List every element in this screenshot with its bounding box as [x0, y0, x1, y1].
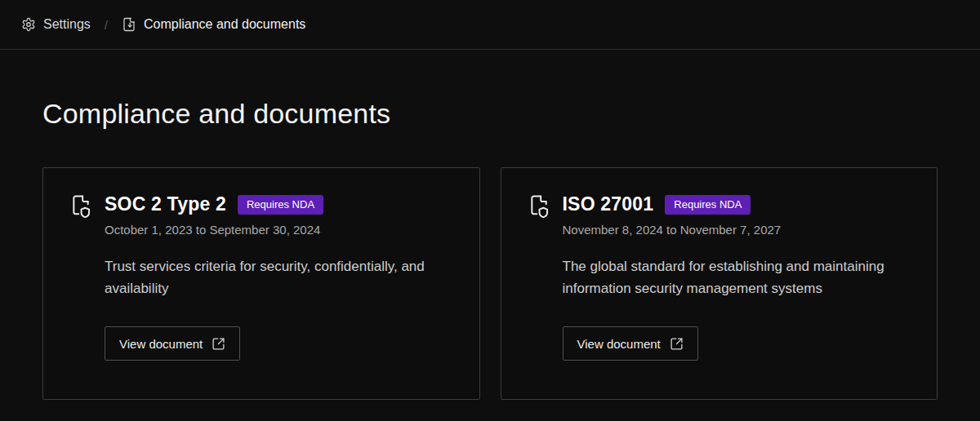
breadcrumb: Settings / Compliance and documents: [0, 0, 980, 50]
compliance-cards: SOC 2 Type 2 Requires NDA October 1, 202…: [42, 167, 938, 400]
breadcrumb-settings[interactable]: Settings: [21, 17, 91, 32]
card-title: ISO 27001: [563, 193, 654, 215]
file-shield-icon: [528, 194, 550, 219]
card-iso27001: ISO 27001 Requires NDA November 8, 2024 …: [501, 167, 938, 400]
breadcrumb-current-label: Compliance and documents: [144, 17, 305, 32]
view-document-label: View document: [119, 337, 203, 351]
card-title: SOC 2 Type 2: [105, 193, 226, 215]
view-document-label: View document: [577, 337, 661, 351]
breadcrumb-current: Compliance and documents: [122, 17, 305, 32]
view-document-button[interactable]: View document: [105, 326, 240, 361]
card-description: The global standard for establishing and…: [563, 255, 889, 299]
gear-icon: [21, 17, 36, 32]
view-document-button[interactable]: View document: [563, 326, 698, 361]
file-download-icon: [122, 17, 136, 32]
card-body: SOC 2 Type 2 Requires NDA October 1, 202…: [105, 193, 431, 361]
external-link-icon: [670, 337, 684, 351]
page-title: Compliance and documents: [42, 98, 938, 130]
card-body: ISO 27001 Requires NDA November 8, 2024 …: [563, 193, 889, 361]
nda-badge: Requires NDA: [665, 195, 751, 215]
breadcrumb-settings-label: Settings: [43, 17, 91, 32]
card-title-row: ISO 27001 Requires NDA: [563, 193, 889, 215]
nda-badge: Requires NDA: [238, 195, 323, 215]
card-soc2: SOC 2 Type 2 Requires NDA October 1, 202…: [42, 167, 480, 400]
file-shield-icon: [70, 194, 91, 219]
breadcrumb-separator: /: [105, 18, 108, 32]
main-content: Compliance and documents SOC 2 Type 2 Re…: [0, 98, 980, 400]
card-description: Trust services criteria for security, co…: [105, 255, 431, 299]
card-date-range: October 1, 2023 to September 30, 2024: [105, 223, 431, 237]
card-date-range: November 8, 2024 to November 7, 2027: [563, 223, 889, 237]
card-title-row: SOC 2 Type 2 Requires NDA: [105, 193, 431, 215]
external-link-icon: [212, 337, 225, 351]
